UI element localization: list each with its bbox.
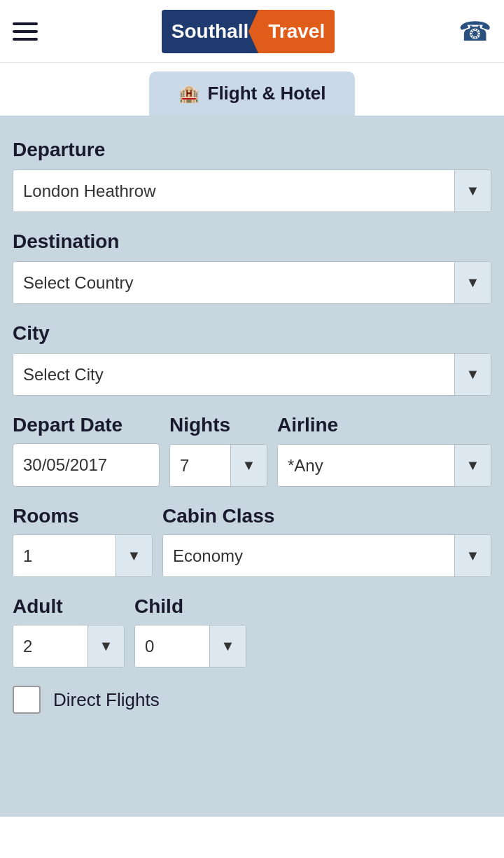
menu-button[interactable] — [13, 22, 38, 41]
rooms-label: Rooms — [13, 505, 153, 527]
airline-arrow-icon: ▼ — [454, 445, 491, 486]
tab-flight-hotel[interactable]: 🏨 Flight & Hotel — [149, 71, 356, 116]
city-select[interactable]: Select City Dubai Abu Dhabi Barcelona — [13, 354, 454, 395]
destination-select[interactable]: Select Country United Arab Emirates Spai… — [13, 262, 454, 303]
logo-travel: Travel — [258, 10, 335, 53]
cabin-select[interactable]: Economy Premium Economy Business First — [163, 535, 454, 576]
depart-date-input[interactable] — [13, 443, 160, 487]
direct-flights-label: Direct Flights — [53, 689, 160, 711]
child-select[interactable]: 0 1234 — [135, 625, 209, 667]
date-nights-airline-labels: Depart Date Nights Airline — [13, 414, 491, 436]
cabin-col: Economy Premium Economy Business First ▼ — [162, 534, 491, 577]
adult-child-labels: Adult Child — [13, 595, 491, 618]
rooms-col: 1 2345 ▼ — [13, 534, 153, 577]
hotel-icon: 🏨 — [178, 84, 200, 104]
adult-select[interactable]: 1 2 3456 — [13, 625, 88, 667]
nights-select-wrapper: 7 1234 5689 1011121314 ▼ — [169, 444, 267, 487]
phone-icon[interactable]: ☎ — [458, 16, 491, 47]
destination-label: Destination — [13, 230, 491, 253]
header: Southall Travel ☎ — [0, 0, 504, 63]
cabin-select-wrapper: Economy Premium Economy Business First ▼ — [162, 534, 491, 577]
tab-label: Flight & Hotel — [208, 83, 326, 104]
rooms-cabin-labels: Rooms Cabin Class — [13, 505, 491, 527]
main-form: Departure London Heathrow London Gatwick… — [0, 116, 504, 817]
airline-select-wrapper: *Any British Airways Emirates Etihad Qat… — [277, 444, 491, 487]
departure-arrow-icon: ▼ — [454, 170, 491, 212]
adult-arrow-icon: ▼ — [88, 625, 124, 667]
destination-select-wrapper: Select Country United Arab Emirates Spai… — [13, 261, 491, 304]
adult-col: 1 2 3456 ▼ — [13, 625, 125, 667]
child-arrow-icon: ▼ — [209, 625, 246, 667]
cabin-class-label: Cabin Class — [162, 505, 491, 527]
airline-select[interactable]: *Any British Airways Emirates Etihad Qat… — [278, 445, 454, 486]
destination-arrow-icon: ▼ — [454, 262, 491, 303]
child-select-wrapper: 0 1234 ▼ — [134, 625, 246, 667]
direct-flights-checkbox[interactable] — [13, 686, 41, 714]
rooms-select-wrapper: 1 2345 ▼ — [13, 534, 153, 577]
city-select-wrapper: Select City Dubai Abu Dhabi Barcelona ▼ — [13, 353, 491, 396]
nights-col: 7 1234 5689 1011121314 ▼ — [169, 444, 267, 487]
child-col: 0 1234 ▼ — [134, 625, 246, 667]
logo-image: Southall Travel — [162, 10, 335, 53]
logo: Southall Travel — [162, 10, 335, 53]
nights-arrow-icon: ▼ — [230, 445, 267, 486]
airline-label: Airline — [277, 414, 491, 436]
adult-select-wrapper: 1 2 3456 ▼ — [13, 625, 125, 667]
departure-select-wrapper: London Heathrow London Gatwick Mancheste… — [13, 169, 491, 212]
airline-col: *Any British Airways Emirates Etihad Qat… — [277, 444, 491, 487]
depart-date-label: Depart Date — [13, 414, 160, 436]
departure-label: Departure — [13, 139, 491, 161]
date-nights-airline-row: 7 1234 5689 1011121314 ▼ *Any British Ai… — [13, 443, 491, 487]
city-arrow-icon: ▼ — [454, 354, 491, 395]
cabin-arrow-icon: ▼ — [454, 535, 491, 576]
city-group: City Select City Dubai Abu Dhabi Barcelo… — [13, 322, 491, 396]
city-label: City — [13, 322, 491, 345]
departure-group: Departure London Heathrow London Gatwick… — [13, 139, 491, 212]
tab-bar: 🏨 Flight & Hotel — [0, 63, 504, 116]
rooms-cabin-row: 1 2345 ▼ Economy Premium Economy Busines… — [13, 534, 491, 577]
nights-label: Nights — [169, 414, 267, 436]
child-label: Child — [134, 595, 246, 618]
destination-group: Destination Select Country United Arab E… — [13, 230, 491, 304]
adult-child-row: 1 2 3456 ▼ 0 1234 ▼ — [13, 625, 491, 667]
depart-date-col — [13, 443, 160, 487]
logo-southall: Southall — [162, 10, 258, 53]
rooms-arrow-icon: ▼ — [115, 535, 152, 576]
direct-flights-row: Direct Flights — [13, 686, 491, 714]
rooms-select[interactable]: 1 2345 — [13, 535, 115, 576]
departure-select[interactable]: London Heathrow London Gatwick Mancheste… — [13, 170, 454, 212]
nights-select[interactable]: 7 1234 5689 1011121314 — [170, 445, 230, 486]
adult-label: Adult — [13, 595, 125, 618]
